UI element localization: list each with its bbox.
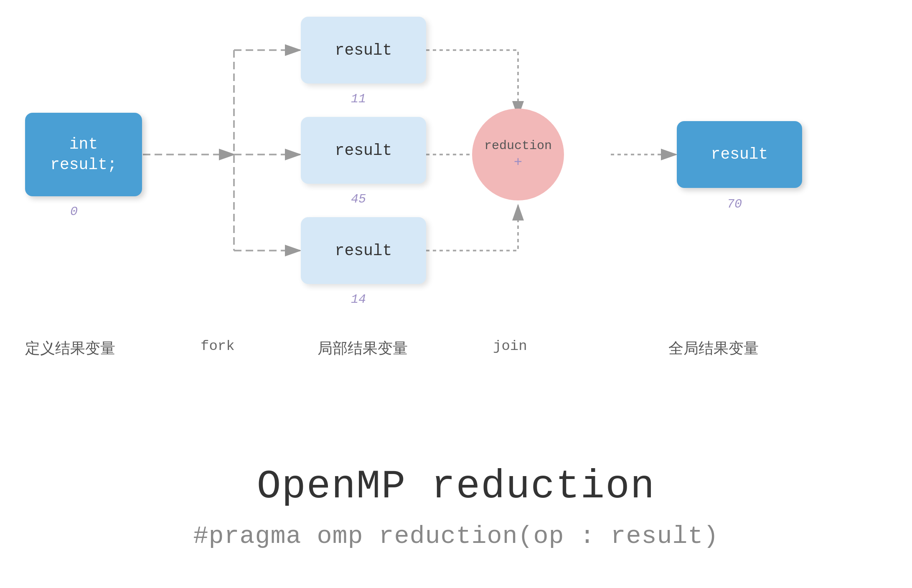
caption-define: 定义结果变量	[25, 338, 115, 359]
define-node: int result;	[25, 113, 142, 196]
result-bot-value: 14	[351, 292, 366, 307]
bottom-area: OpenMP reduction #pragma omp reduction(o…	[0, 426, 912, 588]
define-node-label: int result;	[50, 134, 117, 175]
caption-join: join	[493, 338, 527, 354]
arrows-svg	[0, 0, 912, 438]
main-subtitle: #pragma omp reduction(op : result)	[193, 522, 719, 550]
result-bot-node: result	[301, 217, 426, 284]
global-result-node: result	[677, 121, 802, 188]
reduction-sublabel: +	[514, 155, 522, 170]
result-mid-value: 45	[351, 192, 366, 206]
result-top-label: result	[335, 41, 392, 59]
global-result-label: result	[711, 144, 768, 165]
result-mid-label: result	[335, 142, 392, 160]
result-top-value: 11	[351, 92, 366, 106]
diagram-area: int result; 0 result 11 result 45 result…	[0, 0, 912, 438]
result-mid-node: result	[301, 117, 426, 184]
caption-fork: fork	[201, 338, 235, 354]
caption-local: 局部结果变量	[318, 338, 408, 359]
reduction-node: reduction +	[472, 109, 564, 200]
result-top-node: result	[301, 17, 426, 84]
global-result-value: 70	[727, 197, 742, 211]
define-node-value: 0	[70, 205, 78, 219]
main-title: OpenMP reduction	[257, 464, 655, 509]
result-bot-label: result	[335, 242, 392, 260]
reduction-label: reduction	[484, 139, 552, 153]
caption-global: 全局结果变量	[668, 338, 759, 359]
